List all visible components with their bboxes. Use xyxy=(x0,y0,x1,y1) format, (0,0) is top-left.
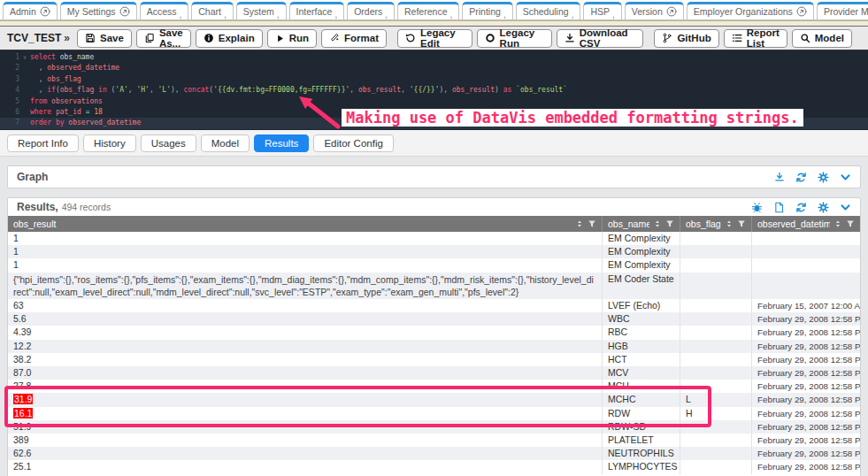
cell-obs-flag xyxy=(680,232,752,245)
table-row: 1EM Complexity xyxy=(8,258,860,272)
code-fold-spacer xyxy=(19,118,30,128)
save-button[interactable]: Save xyxy=(77,29,132,48)
chevron-down-icon[interactable] xyxy=(840,202,851,213)
download-csv-button[interactable]: Download CSV xyxy=(557,29,644,48)
legacy-run-button[interactable]: Legacy Run xyxy=(477,29,552,48)
nav-tab-orders[interactable]: Orders, xyxy=(347,2,395,19)
code-line-4: 4 , if(obs_flag in ('A', 'H', 'L'), conc… xyxy=(0,85,868,96)
external-link-icon[interactable] xyxy=(40,6,50,17)
tab-report-info[interactable]: Report Info xyxy=(7,134,79,152)
play-icon xyxy=(275,34,285,43)
tab-editor-config[interactable]: Editor Config xyxy=(313,134,393,152)
table-row: 31.9MCHCLFebruary 29, 2008 12:58 PM xyxy=(8,393,860,406)
explain-button[interactable]: Explain xyxy=(196,29,263,48)
cell-observed-datetime: February 29, 2008 12:58 PM xyxy=(752,312,860,326)
column-header-observed-datetime[interactable]: observed_datetime xyxy=(752,216,860,232)
tab-model[interactable]: Model xyxy=(201,134,250,152)
sort-icon[interactable] xyxy=(725,219,734,228)
github-button[interactable]: GitHub xyxy=(654,29,718,48)
cell-obs-flag xyxy=(680,326,752,339)
dropdown-indicator-icon: , xyxy=(503,12,506,18)
cell-obs-name: MCHC xyxy=(603,393,680,406)
report-name-expander[interactable]: » xyxy=(64,32,70,44)
sort-icon[interactable] xyxy=(575,219,584,228)
report-list-button[interactable]: Report List xyxy=(724,29,787,48)
sort-icon[interactable] xyxy=(833,219,842,228)
nav-tab-printing[interactable]: Printing, xyxy=(462,2,512,19)
code-line-6: 6where pat_id = 18 xyxy=(0,107,868,118)
nav-tab-label: Employer Organizations xyxy=(694,6,793,17)
save-as-button[interactable]: Save As... xyxy=(136,29,191,48)
nav-tab-chart[interactable]: Chart, xyxy=(191,2,233,19)
info-circle-icon xyxy=(204,33,214,43)
nav-tab-admin[interactable]: Admin xyxy=(3,2,58,19)
funnel-icon[interactable] xyxy=(846,219,855,228)
nav-tab-label: Printing xyxy=(469,6,501,17)
code-text: order by observed_datetime xyxy=(30,118,868,128)
nav-tab-interface[interactable]: Interface, xyxy=(289,2,345,19)
refresh-icon[interactable] xyxy=(795,172,807,183)
bug-icon[interactable] xyxy=(751,202,763,213)
external-link-icon[interactable] xyxy=(666,6,677,17)
refresh-icon[interactable] xyxy=(795,202,807,213)
cell-obs-result: 51.9 xyxy=(8,420,603,434)
download-icon[interactable] xyxy=(774,172,785,182)
cell-obs-flag xyxy=(680,447,752,460)
model-button[interactable]: Model xyxy=(792,29,852,48)
nav-tab-reference[interactable]: Reference, xyxy=(397,2,459,19)
nav-tab-label: Interface xyxy=(296,6,333,17)
nav-tab-version[interactable]: Version xyxy=(625,2,684,19)
sql-code-editor[interactable]: 1∨select obs_name2 , observed_datetime3 … xyxy=(0,50,868,130)
cell-obs-name: MCH xyxy=(603,380,680,393)
code-line-7: 7order by observed_datetime xyxy=(0,118,868,128)
cell-observed-datetime xyxy=(752,232,860,245)
doc-icon[interactable] xyxy=(773,202,785,213)
nav-tab-system[interactable]: System, xyxy=(236,2,287,19)
nav-tab-provider-management[interactable]: Provider Management xyxy=(817,2,868,19)
nav-tab-my-settings[interactable]: My Settings xyxy=(60,2,137,19)
code-fold-icon[interactable]: ∨ xyxy=(19,52,30,63)
cell-obs-flag xyxy=(680,245,752,258)
tab-results[interactable]: Results xyxy=(254,134,309,152)
chevron-down-icon[interactable] xyxy=(840,172,851,183)
column-header-obs-flag[interactable]: obs_flag xyxy=(680,216,752,232)
button-label: Report List xyxy=(747,27,780,49)
cell-obs-name: EM Complexity xyxy=(603,258,680,272)
nav-tab-scheduling[interactable]: Scheduling, xyxy=(516,2,581,19)
cell-obs-name: NEUTROPHILS xyxy=(603,447,680,460)
column-header-obs-name[interactable]: obs_name xyxy=(603,216,680,232)
tab-history[interactable]: History xyxy=(83,134,136,152)
funnel-icon[interactable] xyxy=(665,219,674,228)
format-button[interactable]: Format xyxy=(321,29,387,48)
table-row: 87.0MCVFebruary 29, 2008 12:58 PM xyxy=(8,366,860,380)
legacy-edit-button[interactable]: Legacy Edit xyxy=(397,29,472,48)
cell-observed-datetime xyxy=(752,258,860,272)
funnel-icon[interactable] xyxy=(588,219,596,228)
cell-observed-datetime: February 15, 2007 12:00 AM xyxy=(752,299,860,312)
cell-obs-name: LVEF (Echo) xyxy=(603,299,680,312)
cell-obs-result: 27.8 xyxy=(8,380,603,393)
download-icon xyxy=(565,33,575,43)
toolbar-group: Legacy EditLegacy RunDownload CSV xyxy=(397,29,643,48)
sort-icon[interactable] xyxy=(653,219,662,228)
external-link-icon[interactable] xyxy=(796,6,807,17)
run-button[interactable]: Run xyxy=(267,29,317,48)
nav-tab-label: Provider Management xyxy=(824,6,868,17)
nav-tab-access[interactable]: Access, xyxy=(140,2,189,19)
gear-icon[interactable] xyxy=(818,172,829,183)
nav-tab-employer-organizations[interactable]: Employer Organizations xyxy=(687,2,814,19)
column-header-obs-result[interactable]: obs_result xyxy=(8,216,603,232)
cell-obs-result: 12.2 xyxy=(8,340,603,353)
external-link-icon[interactable] xyxy=(119,6,130,17)
nav-tab-hsp[interactable]: HSP, xyxy=(583,2,621,19)
results-panel-header[interactable]: Results, 494 records xyxy=(8,198,860,216)
cell-obs-result: 389 xyxy=(8,434,603,447)
funnel-icon[interactable] xyxy=(737,219,746,228)
tab-usages[interactable]: Usages xyxy=(141,134,196,152)
line-number: 6 xyxy=(0,107,19,118)
line-number: 1 xyxy=(0,52,19,63)
column-label: obs_result xyxy=(13,219,572,229)
toolbar-accent-strip xyxy=(0,20,868,27)
graph-panel-header[interactable]: Graph xyxy=(8,166,860,188)
gear-icon[interactable] xyxy=(818,202,829,213)
